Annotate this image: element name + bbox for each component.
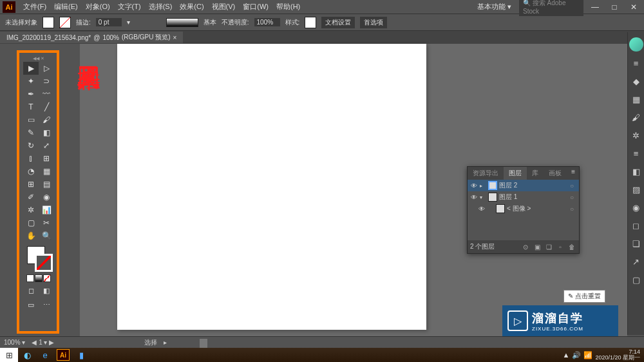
tab-layers[interactable]: 图层 xyxy=(504,167,527,180)
magic-wand-tool[interactable]: ✦ xyxy=(23,75,39,88)
brush-tool[interactable]: 🖌 xyxy=(39,113,54,126)
taskbar-edge-icon[interactable]: e xyxy=(36,348,54,362)
locate-icon[interactable]: ⊙ xyxy=(521,243,530,251)
stroke-weight-input[interactable]: 0 pt xyxy=(96,18,122,26)
layer-name-label[interactable]: 图层 2 xyxy=(499,181,568,190)
start-button[interactable]: ⊞ xyxy=(0,348,18,362)
stroke-swatch[interactable] xyxy=(59,17,71,28)
layer-thumbnail[interactable] xyxy=(496,204,505,213)
tab-asset-export[interactable]: 资源导出 xyxy=(468,167,504,180)
eraser-tool[interactable]: ◧ xyxy=(39,126,54,139)
layers-icon[interactable]: ❏ xyxy=(630,237,643,250)
selection-tool[interactable]: ▶ xyxy=(23,62,39,75)
column-graph-tool[interactable]: 📊 xyxy=(39,204,54,216)
tray-icon[interactable]: 📶 xyxy=(583,351,592,359)
perspective-tool[interactable]: ▦ xyxy=(39,165,54,178)
type-tool[interactable]: T xyxy=(23,100,39,113)
doc-setup-button[interactable]: 文档设置 xyxy=(321,17,355,28)
expand-icon[interactable]: ▸ xyxy=(480,183,486,189)
menu-file[interactable]: 文件(F) xyxy=(19,2,50,12)
target-icon[interactable]: ○ xyxy=(570,182,576,189)
asset-export-icon[interactable]: ↗ xyxy=(630,255,643,268)
direct-selection-tool[interactable]: ▷ xyxy=(39,62,54,75)
draw-normal-button[interactable]: ◻ xyxy=(23,285,39,296)
taskbar-clock[interactable]: 7:14 2020/1/20 星期一 xyxy=(595,349,640,361)
tab-libraries[interactable]: 库 xyxy=(527,167,544,180)
symbol-sprayer-tool[interactable]: ✲ xyxy=(23,204,39,216)
delete-layer-icon[interactable]: 🗑 xyxy=(567,243,576,251)
document-tab[interactable]: IMG_20200119_215634.png* @ 100% (RGB/GPU… xyxy=(0,32,183,43)
layer-thumbnail[interactable] xyxy=(488,181,497,190)
artboard-tool[interactable]: ▢ xyxy=(23,216,39,229)
zoom-level[interactable]: 100% ▾ xyxy=(4,339,25,346)
gradient-tool[interactable]: ▤ xyxy=(39,178,54,191)
brushes-icon[interactable]: 🖌 xyxy=(630,111,643,124)
menu-effect[interactable]: 效果(C) xyxy=(176,2,207,12)
color-mode-button[interactable] xyxy=(26,274,34,282)
none-mode-button[interactable] xyxy=(43,274,51,282)
visibility-icon[interactable]: 👁 xyxy=(478,205,486,213)
close-icon[interactable]: × xyxy=(173,34,177,41)
graphic-styles-icon[interactable]: ◻ xyxy=(630,219,643,232)
menu-object[interactable]: 对象(O) xyxy=(82,2,114,12)
toolbox-handle[interactable]: ◀◀ ✕ xyxy=(23,55,54,62)
menu-view[interactable]: 视图(V) xyxy=(208,2,240,12)
stroke-icon[interactable]: ≡ xyxy=(630,147,643,160)
screen-mode-button[interactable]: ▭ xyxy=(23,299,39,310)
tray-icon[interactable]: 🔊 xyxy=(572,351,581,359)
rectangle-tool[interactable]: ▭ xyxy=(23,113,39,126)
appearance-icon[interactable]: ◉ xyxy=(630,201,643,214)
fill-swatch[interactable] xyxy=(43,17,54,28)
workspace-selector[interactable]: 基本功能 ▾ xyxy=(473,1,515,13)
draw-behind-button[interactable]: ◧ xyxy=(39,285,54,296)
rotate-tool[interactable]: ↻ xyxy=(23,139,39,152)
taskbar-app-icon[interactable]: ▮ xyxy=(72,348,90,362)
target-icon[interactable]: ○ xyxy=(570,205,576,213)
gradient-mode-button[interactable] xyxy=(35,274,43,282)
maximize-button[interactable]: □ xyxy=(607,3,622,12)
artboard-nav[interactable]: ◀ 1 ▾ ▶ xyxy=(32,339,54,346)
close-button[interactable]: ✕ xyxy=(626,3,641,12)
tray-icon[interactable]: ▲ xyxy=(563,351,570,359)
layer-name-label[interactable]: 图层 1 xyxy=(499,193,568,202)
line-tool[interactable]: ╱ xyxy=(39,100,54,113)
scale-tool[interactable]: ⤢ xyxy=(39,139,54,152)
opacity-input[interactable]: 100% xyxy=(254,18,280,26)
layer-row[interactable]: 👁 ▾ 图层 1 ○ xyxy=(468,191,579,203)
taskbar-ai-icon[interactable]: Ai xyxy=(54,348,72,362)
menu-edit[interactable]: 编辑(E) xyxy=(50,2,82,12)
layer-row[interactable]: 👁 < 图像 > ○ xyxy=(468,203,579,214)
transparency-icon[interactable]: ▨ xyxy=(630,183,643,196)
layer-thumbnail[interactable] xyxy=(488,193,497,202)
swatches-icon[interactable]: ▦ xyxy=(630,93,643,106)
artboards-icon[interactable]: ▢ xyxy=(630,273,643,286)
new-layer-icon[interactable]: ▫ xyxy=(556,243,565,251)
new-sublayer-icon[interactable]: ❏ xyxy=(544,243,553,251)
taskbar-browser-icon[interactable]: ◐ xyxy=(18,348,36,362)
tab-artboards[interactable]: 画板 xyxy=(544,167,567,180)
style-swatch[interactable] xyxy=(305,17,316,28)
expand-icon[interactable]: ▾ xyxy=(480,195,486,200)
menu-window[interactable]: 窗口(W) xyxy=(239,2,272,12)
menu-type[interactable]: 文字(T) xyxy=(114,2,145,12)
properties-icon[interactable]: ≡ xyxy=(630,57,643,70)
free-transform-tool[interactable]: ⊞ xyxy=(39,152,54,165)
learn-icon[interactable] xyxy=(629,37,643,52)
panel-menu-icon[interactable]: ≡ xyxy=(567,167,579,180)
basic-label[interactable]: 基本 xyxy=(204,18,216,27)
minimize-button[interactable]: — xyxy=(587,3,603,12)
shaper-tool[interactable]: ✎ xyxy=(23,126,39,139)
horizontal-scrollbar-thumb[interactable] xyxy=(200,339,207,348)
hand-tool[interactable]: ✋ xyxy=(23,229,39,242)
zoom-tool[interactable]: 🔍 xyxy=(39,229,54,242)
prefs-button[interactable]: 首选项 xyxy=(360,17,387,28)
symbols-icon[interactable]: ✲ xyxy=(630,129,643,142)
menu-help[interactable]: 帮助(H) xyxy=(272,2,304,12)
gradient-icon[interactable]: ◧ xyxy=(630,165,643,178)
target-icon[interactable]: ○ xyxy=(570,194,576,201)
curvature-tool[interactable]: 〰 xyxy=(39,88,54,100)
slice-tool[interactable]: ✂ xyxy=(39,216,54,229)
eyedropper-tool[interactable]: ✐ xyxy=(23,191,39,204)
search-input[interactable]: 🔍 搜索 Adobe Stock xyxy=(519,0,583,16)
artboard[interactable] xyxy=(117,44,426,330)
